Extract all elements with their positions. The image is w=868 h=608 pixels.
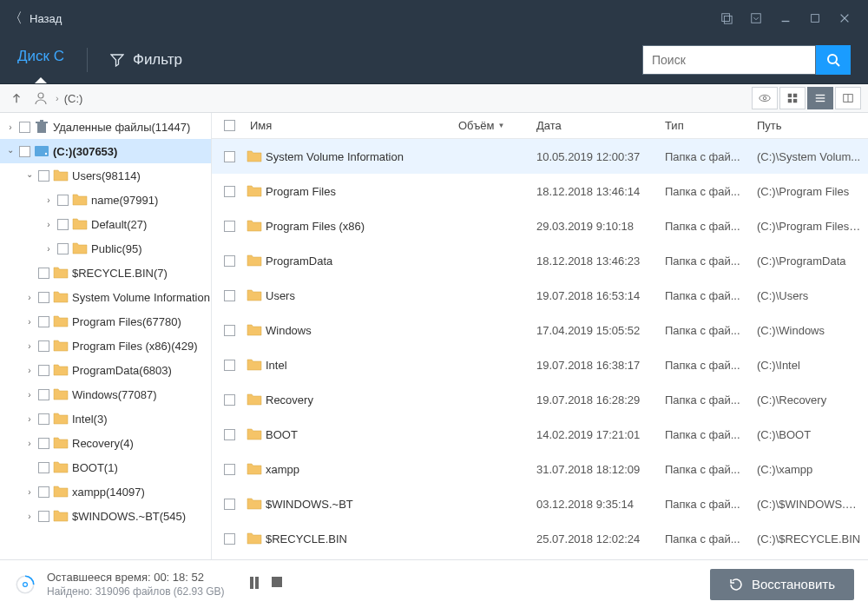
tree-row[interactable]: ›ProgramData(6803)	[0, 358, 211, 382]
tree-checkbox[interactable]	[19, 146, 30, 157]
tree-row[interactable]: ⌄(C:)(307653)	[0, 139, 211, 163]
tree-checkbox[interactable]	[38, 365, 49, 376]
tree-row[interactable]: ›Program Files (x86)(429)	[0, 334, 211, 358]
col-type[interactable]: Тип	[665, 119, 757, 132]
col-size[interactable]: Объём▼	[458, 119, 536, 132]
tree-checkbox[interactable]	[38, 268, 49, 279]
window-minimize-button[interactable]	[771, 8, 800, 29]
chevron-right-icon[interactable]: ›	[24, 390, 35, 400]
stop-button[interactable]	[268, 573, 286, 595]
tree-row[interactable]: ›Удаленные файлы(11447)	[0, 115, 211, 139]
tree-checkbox[interactable]	[38, 413, 49, 425]
tree-row[interactable]: ›name(97991)	[0, 188, 211, 212]
chevron-right-icon[interactable]: ›	[5, 122, 16, 132]
tree-row[interactable]: ›Program Files(67780)	[0, 309, 211, 334]
recover-button[interactable]: Восстановить	[710, 569, 854, 600]
view-columns-button[interactable]	[835, 87, 861, 109]
search-button[interactable]	[816, 45, 851, 75]
file-checkbox[interactable]	[224, 221, 235, 232]
file-row[interactable]: xampp31.07.2018 18:12:09Папка с фай...(C…	[212, 452, 868, 486]
file-row[interactable]: $WINDOWS.~BT03.12.2018 9:35:14Папка с фа…	[212, 486, 868, 521]
tree-checkbox[interactable]	[57, 195, 69, 206]
col-date[interactable]: Дата	[536, 119, 665, 132]
chevron-right-icon[interactable]: ›	[24, 366, 35, 375]
window-close-button[interactable]	[830, 8, 859, 29]
tree-row[interactable]: ·$RECYCLE.BIN(7)	[0, 261, 211, 285]
chevron-down-icon[interactable]: ⌄	[5, 145, 16, 155]
file-row[interactable]: Users19.07.2018 16:53:14Папка с фай...(C…	[212, 278, 868, 313]
file-row[interactable]: ProgramData18.12.2018 13:46:23Папка с фа…	[212, 243, 868, 278]
tree-row[interactable]: ›Recovery(4)	[0, 431, 211, 455]
view-grid-button[interactable]	[779, 87, 806, 109]
tree-checkbox[interactable]	[38, 170, 49, 182]
file-row[interactable]: Recovery19.07.2018 16:28:29Папка с фай..…	[212, 382, 868, 417]
tree-checkbox[interactable]	[38, 316, 49, 327]
file-checkbox[interactable]	[224, 360, 235, 371]
window-maximize-button[interactable]	[800, 8, 830, 29]
file-checkbox[interactable]	[224, 533, 235, 545]
tab-disk[interactable]: Диск C	[17, 48, 64, 72]
file-checkbox[interactable]	[224, 499, 235, 510]
tree-checkbox[interactable]	[19, 122, 30, 133]
search-input[interactable]	[642, 45, 816, 75]
tree-checkbox[interactable]	[38, 389, 49, 400]
chevron-right-icon[interactable]: ›	[24, 317, 35, 327]
tree-checkbox[interactable]	[38, 486, 49, 498]
nav-up-button[interactable]	[7, 89, 26, 108]
chevron-right-icon[interactable]: ›	[24, 512, 35, 521]
filter-button[interactable]: Фильтр	[110, 51, 182, 69]
tree-row[interactable]: ›System Volume Information	[0, 285, 211, 309]
select-all-checkbox[interactable]	[224, 120, 235, 131]
chevron-right-icon[interactable]: ›	[24, 439, 35, 448]
tree-checkbox[interactable]	[38, 462, 49, 473]
tree-checkbox[interactable]	[38, 511, 49, 522]
tree-row[interactable]: ›Public(95)	[0, 236, 211, 261]
tree-row[interactable]: ›Default(27)	[0, 212, 211, 236]
tree-row[interactable]: ›xampp(14097)	[0, 479, 211, 504]
file-row[interactable]: System Volume Information10.05.2019 12:0…	[212, 139, 868, 174]
file-checkbox[interactable]	[224, 429, 235, 440]
tree-checkbox[interactable]	[38, 292, 49, 303]
chevron-right-icon[interactable]: ›	[24, 414, 35, 424]
chevron-right-icon[interactable]: ›	[24, 293, 35, 302]
chevron-right-icon[interactable]: ›	[43, 244, 54, 254]
tree-row[interactable]: ›Windows(77087)	[0, 382, 211, 406]
col-path[interactable]: Путь	[757, 119, 868, 132]
file-row[interactable]: $RECYCLE.BIN25.07.2018 12:02:24Папка с ф…	[212, 521, 868, 556]
tree-checkbox[interactable]	[38, 438, 49, 449]
file-checkbox[interactable]	[224, 464, 235, 475]
file-row[interactable]: Program Files (x86)29.03.2019 9:10:18Пап…	[212, 208, 868, 243]
file-row[interactable]: BOOT14.02.2019 17:21:01Папка с фай...(C:…	[212, 417, 868, 452]
view-list-button[interactable]	[807, 87, 833, 109]
file-row[interactable]: Windows17.04.2019 15:05:52Папка с фай...…	[212, 313, 868, 347]
view-preview-button[interactable]	[752, 87, 778, 109]
chevron-right-icon[interactable]: ›	[24, 341, 35, 351]
col-name[interactable]: Имя	[247, 119, 458, 132]
chevron-down-icon[interactable]: ⌄	[24, 169, 35, 179]
file-checkbox[interactable]	[224, 394, 235, 406]
file-checkbox[interactable]	[224, 151, 235, 162]
tree-checkbox[interactable]	[38, 340, 49, 352]
tree-row[interactable]: ›$WINDOWS.~BT(545)	[0, 504, 211, 528]
folder-icon	[247, 357, 266, 373]
tree-row[interactable]: ·BOOT(1)	[0, 455, 211, 479]
tree-row[interactable]: ›Intel(3)	[0, 406, 211, 431]
breadcrumb-path[interactable]: (C:)	[64, 92, 83, 105]
back-button[interactable]: 〈 Назад	[9, 10, 62, 28]
pause-button[interactable]	[246, 573, 263, 595]
chevron-right-icon[interactable]: ›	[43, 220, 54, 229]
file-checkbox[interactable]	[224, 325, 235, 336]
file-checkbox[interactable]	[224, 290, 235, 301]
window-dropdown-button[interactable]	[741, 8, 771, 29]
tree-row[interactable]: ⌄Users(98114)	[0, 163, 211, 188]
tree-checkbox[interactable]	[57, 243, 69, 254]
chevron-right-icon[interactable]: ›	[43, 195, 54, 205]
file-checkbox[interactable]	[224, 255, 235, 267]
tree-checkbox[interactable]	[57, 219, 69, 230]
nav-user-button[interactable]	[31, 89, 50, 108]
file-checkbox[interactable]	[224, 186, 235, 197]
window-popout-button[interactable]	[712, 8, 741, 29]
file-row[interactable]: Program Files18.12.2018 13:46:14Папка с …	[212, 174, 868, 208]
file-row[interactable]: Intel19.07.2018 16:38:17Папка с фай...(C…	[212, 347, 868, 382]
chevron-right-icon[interactable]: ›	[24, 487, 35, 497]
